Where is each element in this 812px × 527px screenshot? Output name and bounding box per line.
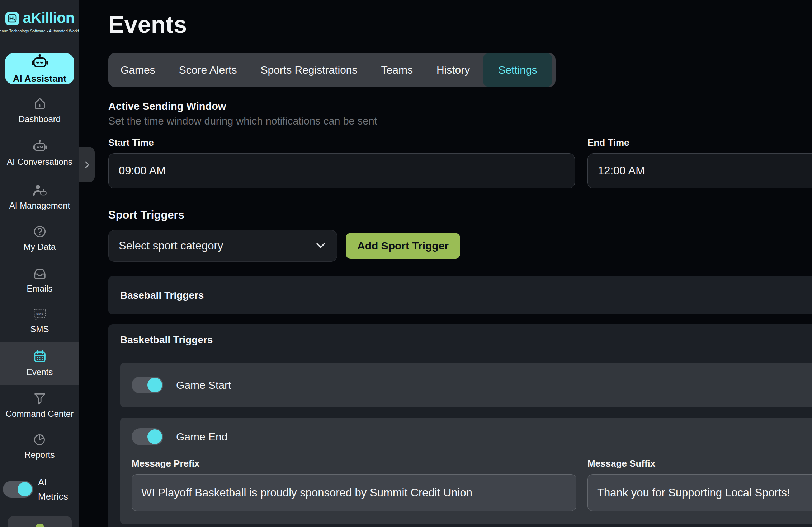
- sidebar-item-label: My Data: [24, 242, 56, 252]
- sending-window-heading: Active Sending Window: [108, 101, 812, 112]
- game-start-card: Game Start: [120, 363, 812, 407]
- sidebar-item-command-center[interactable]: Command Center: [0, 391, 79, 419]
- message-prefix-input[interactable]: [132, 474, 576, 511]
- home-icon: [32, 96, 47, 111]
- baseball-triggers-panel[interactable]: Baseball Triggers: [108, 276, 812, 314]
- toggle-knob: [147, 378, 162, 392]
- sport-triggers-row: Select sport category Add Sport Trigger: [108, 230, 812, 262]
- toggle-knob: [18, 482, 32, 496]
- end-time-label: End Time: [587, 137, 812, 148]
- sport-category-select[interactable]: Select sport category: [108, 230, 337, 262]
- sidebar-expand-button[interactable]: [79, 147, 95, 182]
- calendar-icon: [32, 349, 48, 364]
- message-suffix-input[interactable]: [587, 474, 812, 511]
- tab-score-alerts[interactable]: Score Alerts: [167, 53, 249, 87]
- sms-bubble-icon: SMS: [32, 307, 47, 321]
- game-end-card: Game End Message Prefix Message Suffix: [120, 418, 812, 524]
- sidebar-item-ai-assistant[interactable]: AI Assistant: [5, 53, 74, 84]
- brand-name: aKillion: [23, 9, 75, 27]
- robot-icon: [30, 53, 49, 70]
- sidebar-item-dashboard[interactable]: Dashboard: [0, 96, 79, 124]
- sidebar-item-label: Reports: [24, 450, 55, 460]
- sport-category-select-value: Select sport category: [119, 239, 223, 252]
- brand-logo: aKillion Revenue Technology Software - A…: [0, 9, 79, 33]
- message-fields-row: Message Prefix Message Suffix: [132, 458, 812, 511]
- user-robot-icon: [32, 183, 48, 198]
- message-suffix-label: Message Suffix: [587, 458, 812, 469]
- sidebar-item-sms[interactable]: SMS SMS: [0, 307, 79, 334]
- sidebar-item-label: AI Assistant: [13, 73, 66, 84]
- game-end-toggle[interactable]: [132, 428, 163, 445]
- tab-bar: Games Score Alerts Sports Registrations …: [108, 53, 556, 87]
- start-time-label: Start Time: [108, 137, 575, 148]
- game-start-toggle[interactable]: [132, 377, 163, 393]
- tab-games[interactable]: Games: [109, 53, 167, 87]
- game-start-label: Game Start: [176, 379, 231, 391]
- svg-text:SMS: SMS: [36, 312, 43, 316]
- message-prefix-label: Message Prefix: [132, 458, 576, 469]
- game-end-label: Game End: [176, 431, 227, 443]
- sidebar-item-events[interactable]: Events: [0, 342, 79, 385]
- sidebar-item-label: Events: [27, 367, 53, 377]
- sidebar-item-reports[interactable]: Reports: [0, 432, 79, 460]
- toggle-knob: [147, 429, 162, 444]
- brand-logo-icon: [5, 10, 20, 25]
- tab-sports-registrations[interactable]: Sports Registrations: [249, 53, 369, 87]
- page-title: Events: [108, 11, 812, 38]
- sidebar-item-label: AI Management: [9, 201, 70, 211]
- sending-window-description: Set the time window during which notific…: [108, 115, 812, 127]
- tab-history[interactable]: History: [425, 53, 482, 87]
- pie-chart-icon: [32, 432, 47, 447]
- funnel-icon: [32, 391, 47, 406]
- start-time-input[interactable]: [108, 153, 575, 188]
- basketball-triggers-title: Basketball Triggers: [120, 334, 812, 346]
- sport-triggers-heading: Sport Triggers: [108, 209, 812, 221]
- sidebar-bottom-card[interactable]: [8, 516, 72, 527]
- sidebar-item-label: Emails: [27, 284, 52, 294]
- baseball-triggers-title: Baseball Triggers: [120, 290, 204, 301]
- ai-metrics-label: AI Metrics: [38, 475, 79, 504]
- sidebar-item-ai-management[interactable]: AI Management: [0, 183, 79, 211]
- tab-settings[interactable]: Settings: [483, 53, 552, 87]
- chevron-right-icon: [83, 160, 91, 169]
- ai-metrics-toggle[interactable]: [3, 481, 33, 498]
- sidebar-item-label: Dashboard: [19, 114, 61, 124]
- sidebar-item-label: SMS: [30, 324, 49, 334]
- sidebar-item-emails[interactable]: Emails: [0, 266, 79, 294]
- sidebar-item-ai-conversations[interactable]: AI Conversations: [0, 139, 79, 167]
- brand-tagline: Revenue Technology Software - Automated …: [0, 29, 79, 33]
- main-content: Events Games Score Alerts Sports Registr…: [79, 0, 812, 527]
- status-dot: [36, 524, 44, 527]
- ai-metrics-row: AI Metrics: [0, 475, 79, 504]
- chevron-down-icon: [315, 242, 326, 249]
- sending-window-fields: Start Time End Time: [108, 137, 812, 188]
- robot-icon: [32, 139, 48, 154]
- sidebar-item-label: AI Conversations: [7, 157, 72, 167]
- sidebar-item-my-data[interactable]: My Data: [0, 224, 79, 252]
- inbox-icon: [32, 266, 48, 281]
- end-time-input[interactable]: [587, 153, 812, 188]
- tab-teams[interactable]: Teams: [369, 53, 425, 87]
- sidebar-item-label: Command Center: [6, 409, 74, 419]
- add-sport-trigger-button[interactable]: Add Sport Trigger: [346, 233, 460, 259]
- sidebar: aKillion Revenue Technology Software - A…: [0, 0, 79, 527]
- help-circle-icon: [32, 224, 47, 239]
- basketball-triggers-panel: Basketball Triggers Game Start Game End: [108, 324, 812, 527]
